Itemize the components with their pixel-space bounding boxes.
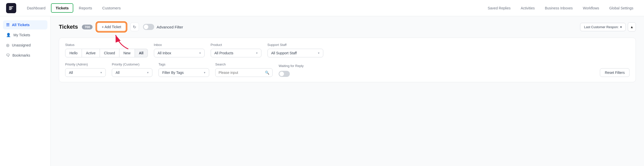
sidebar-item-label-all-tickets: All Tickets: [12, 23, 30, 27]
advanced-filter-toggle-container: Advanced Filter: [143, 24, 183, 30]
status-btn-all[interactable]: All: [135, 49, 148, 57]
nav-item-saved-replies[interactable]: Saved Replies: [483, 4, 515, 13]
nav-item-global-settings[interactable]: Global Settings: [605, 4, 638, 13]
inbox-dropdown[interactable]: All Inbox ▾: [154, 49, 205, 57]
priority-admin-label: Priority (Admin): [65, 62, 106, 66]
add-ticket-button[interactable]: + Add Ticket: [97, 22, 126, 31]
inbox-value: All Inbox: [158, 51, 171, 55]
search-input-wrap: 🔍: [215, 68, 273, 77]
chevron-down-icon: ▾: [100, 71, 102, 74]
sort-select[interactable]: Last Customer Respon: ▾: [580, 23, 626, 31]
tags-label: Tags: [158, 62, 209, 66]
chevron-down-icon: ▾: [318, 51, 319, 55]
waiting-toggle-group: [279, 70, 304, 77]
inbox-filter-group: Inbox All Inbox ▾: [154, 43, 205, 57]
main-content: Tickets 700 + Add Ticket ↻ Adva: [51, 16, 644, 166]
status-buttons: Hello Active Closed New All: [65, 49, 148, 57]
priority-customer-filter-group: Priority (Customer) All ▾: [112, 62, 152, 77]
nav-item-activities[interactable]: Activities: [516, 4, 539, 13]
sidebar-item-label-my-tickets: My Tickets: [13, 33, 30, 37]
tags-dropdown[interactable]: Filter By Tags ▾: [158, 68, 209, 77]
filter-row-1: Status Hello Active Closed New All Inbox…: [65, 43, 630, 57]
nav-links: Dashboard Tickets Reports Customers: [22, 3, 481, 13]
refresh-button[interactable]: ↻: [130, 23, 139, 31]
nav-item-business-inboxes[interactable]: Business Inboxes: [540, 4, 577, 13]
sidebar-item-label-unassigned: Unassigned: [12, 43, 31, 47]
status-btn-hello[interactable]: Hello: [65, 49, 82, 57]
waiting-label: Waiting for Reply: [279, 64, 304, 68]
status-btn-active[interactable]: Active: [82, 49, 100, 57]
sidebar-item-all-tickets[interactable]: ☰ All Tickets: [3, 20, 47, 29]
status-filter-group: Status Hello Active Closed New All: [65, 43, 148, 57]
search-filter-group: Search 🔍: [215, 62, 273, 77]
main-layout: ☰ All Tickets 👤 My Tickets ◎ Unassigned …: [0, 16, 644, 166]
priority-admin-dropdown[interactable]: All ▾: [65, 68, 106, 77]
page-title: Tickets: [59, 24, 78, 30]
search-input[interactable]: [219, 71, 263, 75]
support-staff-value: All Support Staff: [271, 51, 297, 55]
product-dropdown[interactable]: All Products ▾: [211, 49, 261, 57]
priority-customer-dropdown[interactable]: All ▾: [112, 68, 152, 77]
waiting-filter-group: Waiting for Reply: [279, 64, 304, 77]
reset-filters-button[interactable]: Reset Filters: [600, 68, 630, 77]
priority-customer-label: Priority (Customer): [112, 62, 152, 66]
inbox-label: Inbox: [154, 43, 205, 47]
all-tickets-icon: ☰: [6, 23, 9, 27]
advanced-filter-label: Advanced Filter: [157, 25, 183, 29]
chevron-down-icon: ▾: [620, 25, 622, 29]
advanced-filter-toggle[interactable]: [143, 24, 154, 30]
tags-filter-group: Tags Filter By Tags ▾: [158, 62, 209, 77]
filter-row-2: Priority (Admin) All ▾ Priority (Custome…: [65, 62, 630, 77]
filters-section: Status Hello Active Closed New All Inbox…: [59, 38, 636, 82]
nav-item-workflows[interactable]: Workflows: [578, 4, 604, 13]
header-right: Last Customer Respon: ▾ ▲: [580, 22, 636, 31]
ticket-count-badge: 700: [82, 25, 93, 29]
status-btn-new[interactable]: New: [119, 49, 135, 57]
page-header: Tickets 700 + Add Ticket ↻ Adva: [59, 22, 636, 31]
app-logo[interactable]: [6, 3, 16, 13]
support-staff-filter-group: Support Staff All Support Staff ▾: [267, 43, 323, 57]
waiting-reply-toggle[interactable]: [279, 71, 290, 77]
sidebar-item-unassigned[interactable]: ◎ Unassigned: [3, 41, 47, 50]
product-value: All Products: [214, 51, 234, 55]
sidebar-item-label-bookmarks: Bookmarks: [12, 53, 30, 57]
nav-item-customers[interactable]: Customers: [98, 3, 125, 13]
nav-right: Saved Replies Activities Business Inboxe…: [483, 4, 638, 13]
nav-item-tickets[interactable]: Tickets: [51, 3, 73, 13]
status-label: Status: [65, 43, 148, 47]
support-staff-label: Support Staff: [267, 43, 323, 47]
chevron-down-icon: ▾: [147, 71, 149, 74]
support-staff-dropdown[interactable]: All Support Staff ▾: [267, 49, 323, 57]
product-filter-group: Product All Products ▾: [211, 43, 261, 57]
priority-admin-filter-group: Priority (Admin) All ▾: [65, 62, 106, 77]
product-label: Product: [211, 43, 261, 47]
add-ticket-container: + Add Ticket: [97, 22, 126, 31]
top-nav: Dashboard Tickets Reports Customers Save…: [0, 0, 644, 16]
search-icon: 🔍: [265, 71, 269, 75]
chevron-down-icon: ▾: [199, 51, 201, 55]
sidebar-item-bookmarks[interactable]: 🗨 Bookmarks: [3, 51, 47, 60]
unassigned-icon: ◎: [6, 43, 9, 47]
priority-admin-value: All: [69, 71, 73, 75]
my-tickets-icon: 👤: [6, 33, 11, 37]
sort-direction-button[interactable]: ▲: [628, 22, 636, 31]
status-btn-closed[interactable]: Closed: [100, 49, 119, 57]
chevron-down-icon: ▾: [204, 71, 205, 74]
sidebar: ☰ All Tickets 👤 My Tickets ◎ Unassigned …: [0, 16, 51, 166]
search-label: Search: [215, 62, 273, 66]
bookmarks-icon: 🗨: [6, 53, 10, 57]
chevron-down-icon: ▾: [256, 51, 258, 55]
nav-item-dashboard[interactable]: Dashboard: [22, 3, 50, 13]
priority-customer-value: All: [116, 71, 120, 75]
nav-item-reports[interactable]: Reports: [74, 3, 97, 13]
tags-value: Filter By Tags: [162, 71, 184, 75]
sidebar-item-my-tickets[interactable]: 👤 My Tickets: [3, 30, 47, 40]
sort-label: Last Customer Respon:: [584, 25, 619, 29]
